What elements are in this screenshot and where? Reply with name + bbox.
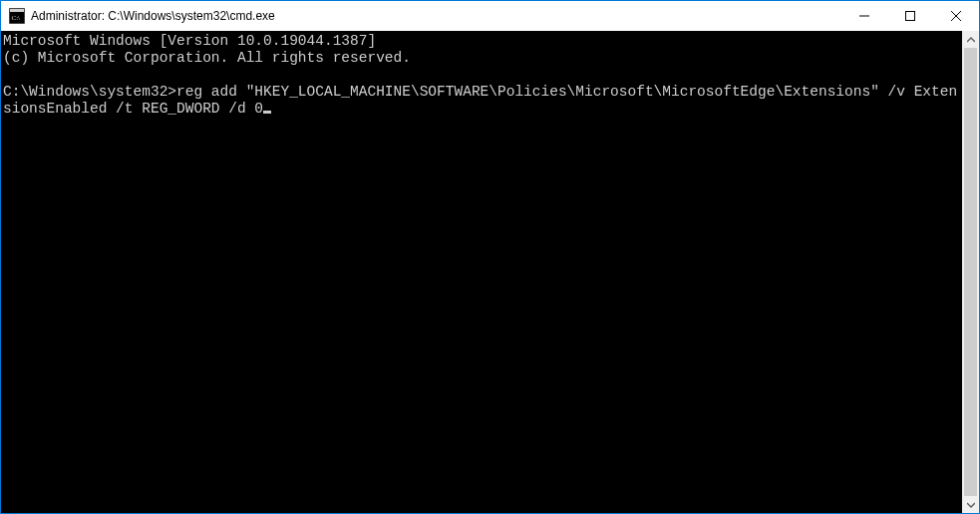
- vertical-scrollbar[interactable]: [962, 31, 979, 513]
- window-controls: [841, 1, 979, 31]
- svg-rect-1: [10, 9, 24, 12]
- close-icon: [951, 11, 961, 21]
- close-button[interactable]: [933, 1, 979, 31]
- minimize-button[interactable]: [841, 1, 887, 31]
- cursor: [263, 111, 271, 114]
- terminal-header-line2: (c) Microsoft Corporation. All rights re…: [3, 50, 411, 66]
- maximize-button[interactable]: [887, 1, 933, 31]
- scroll-up-button[interactable]: [962, 31, 979, 48]
- terminal-output[interactable]: Microsoft Windows [Version 10.0.19044.13…: [1, 31, 962, 513]
- client-area: Microsoft Windows [Version 10.0.19044.13…: [1, 31, 979, 513]
- chevron-down-icon: [967, 501, 975, 509]
- svg-text:C:\: C:\: [12, 14, 21, 22]
- cmd-window: C:\ Administrator: C:\Windows\system32\c…: [0, 0, 980, 514]
- scrollbar-thumb[interactable]: [964, 48, 977, 496]
- svg-rect-4: [906, 12, 915, 21]
- scrollbar-track[interactable]: [962, 48, 979, 496]
- chevron-up-icon: [967, 36, 975, 44]
- window-title: Administrator: C:\Windows\system32\cmd.e…: [31, 9, 841, 23]
- minimize-icon: [859, 11, 869, 21]
- titlebar[interactable]: C:\ Administrator: C:\Windows\system32\c…: [1, 1, 979, 31]
- terminal-header-line1: Microsoft Windows [Version 10.0.19044.13…: [3, 33, 376, 49]
- scroll-down-button[interactable]: [962, 496, 979, 513]
- terminal-prompt: C:\Windows\system32>: [3, 84, 176, 100]
- cmd-icon: C:\: [9, 8, 25, 24]
- maximize-icon: [905, 11, 915, 21]
